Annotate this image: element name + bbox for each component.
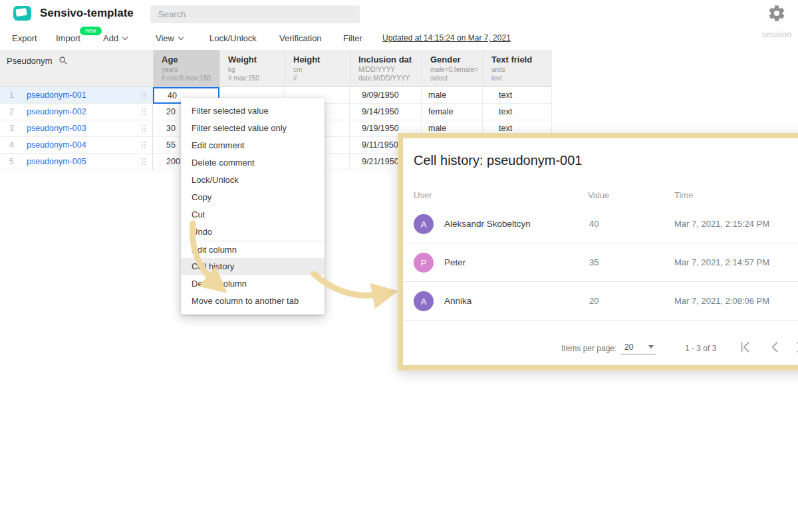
menu-item-lock-unlock[interactable]: Lock/Unlock [181, 172, 325, 189]
column-header-age[interactable]: Ageyears# min:0 max:150 [153, 50, 219, 87]
cell-context-menu: Filter selected value Filter selected va… [181, 98, 325, 315]
menu-item-delete-column[interactable]: Delete column [181, 275, 325, 293]
pseudonym-cell[interactable]: 3 pseudonym-003 [0, 120, 153, 137]
avatar: A [414, 291, 434, 311]
pseudonym-cell[interactable]: 4 pseudonym-004 [0, 137, 153, 154]
column-header-gender[interactable]: Gendermale=0,female=select [422, 50, 483, 87]
text-cell[interactable]: text [483, 104, 552, 120]
first-page-icon[interactable] [739, 341, 751, 353]
menu-item-delete-comment[interactable]: Delete comment [181, 154, 325, 172]
items-per-page-select[interactable]: 20 [621, 340, 656, 354]
export-button[interactable]: Export [12, 33, 37, 43]
menu-item-undo[interactable]: Undo [181, 223, 325, 241]
history-row: A Aleksandr Skobeltcyn 40 Mar 7, 2021, 2… [403, 205, 798, 243]
table-header: Pseudonym Ageyears# min:0 max:150 Weight… [0, 50, 552, 87]
history-user: Aleksandr Skobeltcyn [444, 219, 531, 229]
history-time: Mar 7, 2021, 2:08:06 PM [674, 296, 769, 306]
modal-title: Cell history: pseudonym-001 [414, 153, 582, 168]
history-value: 20 [589, 296, 598, 306]
drag-handle-icon[interactable] [142, 142, 147, 149]
menu-item-move-column[interactable]: Move column to another tab [181, 293, 325, 310]
history-user: Peter [444, 257, 466, 267]
chevron-down-icon [122, 35, 128, 40]
chevron-down-icon [178, 35, 184, 40]
row-number: 5 [0, 157, 27, 166]
menu-item-filter-selected-value[interactable]: Filter selected value [181, 102, 325, 120]
page-range-label: 1 - 3 of 3 [685, 344, 716, 353]
toolbar: Export Import new Add View Lock/Unlock V… [0, 29, 798, 48]
history-user: Annika [444, 296, 471, 306]
column-header-height[interactable]: Heightcm# [285, 50, 350, 87]
add-button[interactable]: Add [103, 33, 127, 43]
app-title: Sensivo-template [40, 7, 134, 20]
menu-item-cut[interactable]: Cut [181, 206, 325, 223]
history-value: 35 [589, 257, 598, 267]
history-column-user: User [414, 190, 432, 200]
pseudonym-column-header: Pseudonym [0, 50, 153, 87]
lock-unlock-button[interactable]: Lock/Unlock [209, 33, 257, 43]
verification-button[interactable]: Verification [279, 33, 322, 43]
app-logo-icon[interactable] [13, 6, 31, 21]
import-button[interactable]: Import [56, 33, 80, 43]
menu-item-edit-column[interactable]: Edit column [181, 241, 325, 258]
text-cell[interactable]: text [483, 87, 552, 104]
pseudonym-link[interactable]: pseudonym-003 [27, 124, 142, 133]
history-time: Mar 7, 2021, 2:14:57 PM [674, 257, 769, 267]
row-number: 4 [0, 140, 27, 150]
drag-handle-icon[interactable] [142, 125, 147, 132]
pseudonym-link[interactable]: pseudonym-005 [27, 157, 142, 166]
topbar: Sensivo-template [0, 0, 798, 28]
menu-item-edit-comment[interactable]: Edit comment [181, 137, 325, 154]
avatar: A [414, 214, 434, 234]
avatar: P [414, 253, 434, 273]
history-column-time: Time [674, 190, 693, 200]
dropdown-caret-icon [648, 345, 654, 348]
gear-icon[interactable] [767, 4, 787, 24]
pseudonym-cell[interactable]: 5 pseudonym-005 [0, 154, 153, 170]
new-badge: new [80, 27, 102, 35]
menu-item-filter-selected-value-only[interactable]: Filter selected value only [181, 120, 325, 137]
history-list: A Aleksandr Skobeltcyn 40 Mar 7, 2021, 2… [403, 205, 798, 321]
next-page-icon[interactable] [794, 341, 798, 353]
items-per-page-value: 20 [624, 342, 633, 352]
gender-cell[interactable]: male [422, 87, 483, 104]
drag-handle-icon[interactable] [142, 92, 147, 99]
gender-cell[interactable]: female [422, 104, 483, 120]
history-time: Mar 7, 2021, 2:15:24 PM [674, 219, 769, 229]
column-header-text-field[interactable]: Text frieldunitstext [483, 50, 552, 87]
pagination-footer: Items per page: 20 1 - 3 of 3 [403, 335, 798, 364]
history-column-value: Value [588, 190, 609, 200]
menu-item-copy[interactable]: Copy [181, 189, 325, 206]
filter-button[interactable]: Filter [343, 33, 362, 43]
updated-link[interactable]: Updated at 14:15:24 on Mar 7, 2021 [382, 33, 511, 43]
row-number: 2 [0, 107, 27, 116]
row-number: 1 [0, 90, 27, 100]
pseudonym-link[interactable]: pseudonym-002 [27, 107, 142, 116]
inclusion-date-cell[interactable]: 9/09/1950 [350, 87, 422, 104]
cell-history-modal: Cell history: pseudonym-001 User Value T… [398, 133, 798, 370]
pseudonym-link[interactable]: pseudonym-004 [27, 140, 142, 150]
menu-item-cell-history[interactable]: Cell history [181, 258, 325, 275]
pseudonym-cell[interactable]: 1 pseudonym-001 [0, 87, 153, 104]
inclusion-date-cell[interactable]: 9/14/1950 [350, 104, 422, 120]
history-row: A Annika 20 Mar 7, 2021, 2:08:06 PM [403, 282, 798, 321]
history-value: 40 [589, 219, 598, 229]
pseudonym-cell[interactable]: 2 pseudonym-002 [0, 104, 153, 120]
items-per-page-label: Items per page: [561, 344, 616, 353]
previous-page-icon[interactable] [769, 341, 781, 353]
search-icon[interactable] [59, 56, 68, 65]
drag-handle-icon[interactable] [142, 158, 147, 166]
pseudonym-link[interactable]: pseudonym-001 [27, 90, 142, 100]
view-button[interactable]: View [156, 33, 183, 43]
column-header-weight[interactable]: Weightkg# max:150 [219, 50, 285, 87]
history-row: P Peter 35 Mar 7, 2021, 2:14:57 PM [403, 243, 798, 282]
row-number: 3 [0, 124, 27, 133]
drag-handle-icon[interactable] [142, 108, 147, 116]
search-input[interactable] [150, 5, 360, 23]
pseudonym-header-label: Pseudonym [7, 56, 53, 66]
column-header-inclusion-date[interactable]: Inclusion datM/DD/YYYYdate,M/DD/YYYY [350, 50, 422, 87]
